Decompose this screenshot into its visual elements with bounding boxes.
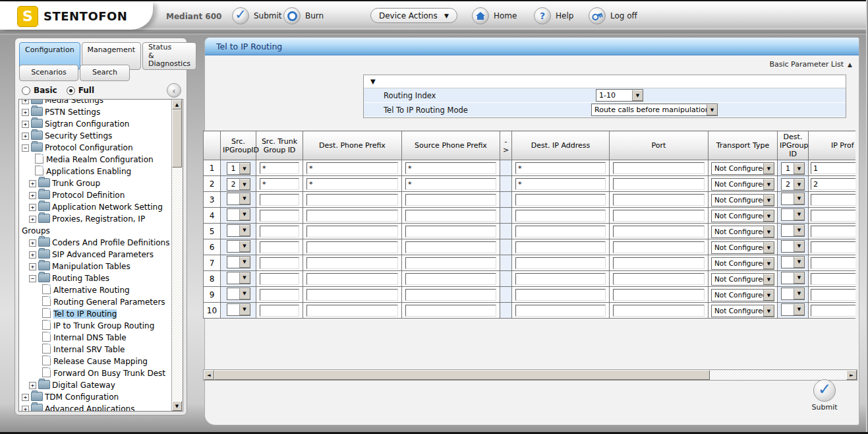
tree-scrollbar-thumb[interactable] (172, 109, 182, 168)
src_ipgroup-select[interactable]: ▼ (227, 303, 250, 316)
expand-plus-icon[interactable]: + (22, 406, 29, 411)
hscroll-thumb[interactable] (214, 370, 710, 380)
source_prefix-input[interactable] (405, 273, 496, 285)
dest_ipgroup-select[interactable]: ▼ (781, 288, 805, 300)
port-input[interactable] (613, 178, 705, 190)
dest_ipgroup-select[interactable]: ▼ (781, 256, 805, 268)
transport-select[interactable]: Not Configured▼ (711, 226, 774, 238)
transport-select[interactable]: Not Configured▼ (711, 210, 774, 222)
src_trunk-input[interactable]: * (260, 162, 299, 174)
transport-select[interactable]: Not Configured▼ (711, 257, 774, 270)
scroll-up-icon[interactable]: ▲ (172, 100, 182, 109)
src_ipgroup-select[interactable]: ▼ (227, 240, 250, 253)
ip_profile-input[interactable] (811, 289, 855, 301)
tree-item[interactable]: Internal DNS Table (22, 332, 172, 344)
ip_profile-input[interactable] (811, 273, 855, 285)
transport-select[interactable]: Not Configured▼ (711, 289, 774, 301)
src_ipgroup-select[interactable]: ▼ (227, 193, 250, 205)
dest_ip-input[interactable] (515, 305, 606, 317)
expand-plus-icon[interactable]: + (29, 239, 36, 247)
device-actions-button[interactable]: Device Actions ▼ (370, 8, 457, 23)
port-input[interactable] (613, 226, 705, 237)
tree-item[interactable]: +Trunk Group (22, 177, 172, 189)
source_prefix-input[interactable] (405, 289, 496, 301)
transport-select[interactable]: Not Configured▼ (711, 194, 774, 206)
port-input[interactable] (613, 289, 705, 301)
collapse-minus-icon[interactable]: − (29, 275, 36, 282)
help-button[interactable]: ? Help (534, 7, 573, 24)
tree-item[interactable]: +SIP Advanced Parameters (22, 249, 172, 261)
expand-plus-icon[interactable]: + (22, 121, 29, 128)
src_trunk-input[interactable] (260, 257, 299, 269)
dest_prefix-input[interactable] (306, 210, 398, 222)
src_trunk-input[interactable] (260, 210, 299, 222)
dest_prefix-input[interactable] (306, 194, 398, 206)
ip_profile-input[interactable]: 2 (811, 178, 855, 190)
src_trunk-input[interactable] (260, 289, 299, 301)
horizontal-scrollbar[interactable]: ◄ ► (203, 369, 857, 381)
port-input[interactable] (613, 194, 705, 206)
routing-index-select[interactable]: 1-10 ▼ (596, 89, 643, 102)
dest_ip-input[interactable] (515, 289, 606, 301)
source_prefix-input[interactable] (405, 226, 496, 237)
expand-plus-icon[interactable]: + (22, 100, 29, 104)
expand-plus-icon[interactable]: + (29, 192, 36, 199)
dest_ip-input[interactable] (515, 257, 606, 269)
dest_ip-input[interactable]: * (515, 162, 606, 174)
dest_ip-input[interactable] (515, 241, 606, 253)
src_trunk-input[interactable] (260, 273, 299, 285)
dest_prefix-input[interactable]: * (306, 162, 398, 174)
transport-select[interactable]: Not Configured▼ (711, 273, 774, 286)
tree-item[interactable]: +Security Settings (22, 130, 172, 142)
source_prefix-input[interactable] (405, 241, 496, 253)
source_prefix-input[interactable]: * (405, 162, 496, 174)
tree-item[interactable]: Release Cause Mapping (22, 356, 172, 367)
burn-toolbar-button[interactable]: Burn (283, 7, 324, 24)
home-button[interactable]: Home (472, 7, 517, 24)
ip_profile-input[interactable]: 1 (811, 162, 855, 174)
dest_prefix-input[interactable] (306, 226, 398, 237)
tree-item[interactable]: Applications Enabling (22, 166, 172, 177)
src_ipgroup-select[interactable]: 2▼ (227, 178, 250, 191)
transport-select[interactable]: Not Configured▼ (711, 305, 774, 317)
tree-item[interactable]: +Protocol Definition (22, 189, 172, 201)
dest_ip-input[interactable] (515, 194, 606, 206)
port-input[interactable] (613, 305, 705, 317)
src_ipgroup-select[interactable]: ▼ (227, 224, 250, 237)
expand-plus-icon[interactable]: + (29, 216, 36, 223)
tab-search[interactable]: Search (80, 65, 130, 81)
expand-plus-icon[interactable]: + (29, 251, 36, 259)
dest_ipgroup-select[interactable]: 1▼ (781, 162, 805, 175)
tree-item[interactable]: IP to Trunk Group Routing (22, 320, 172, 332)
src_ipgroup-select[interactable]: ▼ (227, 256, 250, 268)
tree-item[interactable]: +TDM Configuration (22, 391, 172, 403)
src_ipgroup-select[interactable]: ▼ (227, 272, 250, 284)
source_prefix-input[interactable]: * (405, 178, 496, 190)
tree-item[interactable]: +Advanced Applications (22, 403, 172, 411)
tree-item[interactable]: +Digital Gateway (22, 379, 172, 391)
src_ipgroup-select[interactable]: ▼ (227, 208, 250, 221)
tree-item[interactable]: +Coders And Profile Definitions (22, 237, 172, 249)
src_trunk-input[interactable] (260, 226, 299, 237)
ip_profile-input[interactable] (811, 257, 855, 269)
src_ipgroup-select[interactable]: 1▼ (227, 162, 250, 175)
src_trunk-input[interactable] (260, 241, 299, 253)
expand-plus-icon[interactable]: + (29, 263, 36, 270)
port-input[interactable] (613, 273, 705, 285)
expand-plus-icon[interactable]: + (29, 180, 36, 187)
scroll-down-icon[interactable]: ▼ (172, 401, 182, 411)
port-input[interactable] (613, 257, 705, 269)
submit-toolbar-button[interactable]: ✓ Submit (232, 7, 282, 24)
dest_ipgroup-select[interactable]: ▼ (781, 193, 805, 205)
source_prefix-input[interactable] (405, 194, 496, 206)
dest_ip-input[interactable] (515, 210, 606, 222)
ip_profile-input[interactable] (811, 194, 855, 206)
dest_ip-input[interactable] (515, 226, 606, 237)
source_prefix-input[interactable] (405, 210, 496, 222)
src_ipgroup-select[interactable]: ▼ (227, 288, 250, 300)
tab-scenarios[interactable]: Scenarios (19, 65, 78, 81)
src_trunk-input[interactable] (260, 194, 299, 206)
radio-full[interactable]: Full (67, 86, 94, 95)
src_trunk-input[interactable] (260, 305, 299, 317)
dest_ip-input[interactable]: * (515, 178, 606, 190)
